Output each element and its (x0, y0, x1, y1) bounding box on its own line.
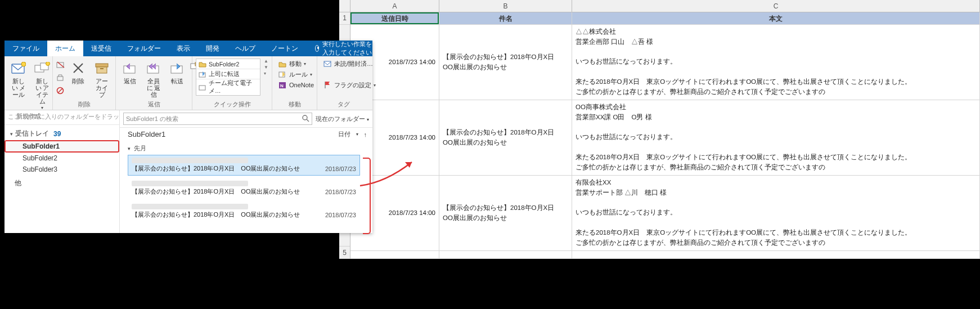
message-date: 2018/07/23 (325, 212, 356, 218)
message-item[interactable]: 【展示会のお知らせ】2018年O月X日 OO展出展のお知らせ2018/07/23 (128, 201, 360, 222)
archive-button[interactable]: アー カイブ (91, 59, 113, 99)
data-row: 2018/7/23 14:00【展示会のお知らせ】2018年O月X日 OO展出展… (350, 25, 980, 100)
red-bracket-annotation (363, 158, 371, 234)
svg-rect-7 (57, 77, 63, 80)
svg-text:N: N (280, 83, 284, 88)
inbox-node[interactable]: ▾ 受信トレイ 39 (5, 127, 119, 140)
svg-rect-25 (324, 61, 331, 66)
outlook-window: ファイル ホーム 送受信 フォルダー 表示 開発 ヘルプ ノートン 実行したい作… (5, 41, 372, 233)
sender-placeholder (132, 158, 248, 163)
archive-icon (93, 60, 110, 77)
subfolder2-node[interactable]: SubFolder2 (5, 153, 119, 164)
tab-view[interactable]: 表示 (169, 41, 198, 56)
onenote-icon: N (278, 80, 287, 89)
folder-tree: ▾ 受信トレイ 39 SubFolder1 SubFolder2 SubFold… (5, 125, 119, 192)
new-mail-icon (10, 60, 27, 77)
rules-button[interactable]: ルール▾ (276, 69, 316, 79)
forward-small-icon (199, 70, 206, 78)
search-placeholder: SubFolder1 の検索 (126, 115, 178, 123)
data-row: 2018/7/23 14:00【展示会のお知らせ】2018年O月X日 OO展出展… (350, 100, 980, 176)
empty-row-5 (350, 251, 980, 259)
tab-dev[interactable]: 開発 (198, 41, 227, 56)
new-mail-button[interactable]: 新しい メール (8, 59, 29, 99)
select-all-corner[interactable] (339, 0, 350, 12)
chevron-down-icon: ▾ (10, 131, 13, 137)
column-headers: A B C (339, 0, 980, 12)
move-icon (278, 59, 287, 68)
unread-button[interactable]: 未読/開封済… (321, 59, 378, 69)
tab-file[interactable]: ファイル (5, 41, 47, 56)
new-item-button[interactable]: 新しい アイテム ▾ (32, 59, 53, 111)
message-item[interactable]: 【展示会のお知らせ】2018年O月X日 OO展出展のお知らせ2018/07/23 (128, 178, 360, 199)
subfolder1-node[interactable]: SubFolder1 (5, 140, 119, 153)
cell-a1[interactable]: 送信日時 (350, 12, 439, 24)
tab-norton[interactable]: ノートン (263, 41, 306, 56)
ignore-icon[interactable] (56, 61, 65, 70)
message-date: 2018/07/23 (325, 165, 356, 172)
cell-c1[interactable]: 本文 (572, 12, 980, 24)
junk-icon[interactable] (56, 87, 65, 96)
forward-icon (169, 60, 186, 77)
svg-rect-20 (199, 73, 205, 77)
delete-button[interactable]: 削除 (68, 59, 89, 86)
subfolder3-node[interactable]: SubFolder3 (5, 164, 119, 175)
sender-placeholder (132, 204, 248, 209)
quick-steps-scroll[interactable]: ▲▼▾ (263, 59, 268, 76)
svg-rect-12 (96, 64, 108, 67)
forward-button[interactable]: 転送 (167, 59, 188, 86)
col-header-a[interactable]: A (350, 0, 439, 12)
ribbon-tabs: ファイル ホーム 送受信 フォルダー 表示 開発 ヘルプ ノートン 実行したい作… (5, 41, 372, 56)
group-header[interactable]: ▾ 先月 (128, 141, 360, 155)
inbox-label: 受信トレイ (15, 129, 49, 138)
col-header-c[interactable]: C (572, 0, 980, 12)
cleanup-icon[interactable] (56, 74, 65, 83)
onenote-button[interactable]: N OneNote (276, 80, 316, 90)
lightbulb-icon (315, 45, 319, 52)
reply-button[interactable]: 返信 (119, 59, 141, 86)
cell-b[interactable]: 【展示会のお知らせ】2018年O月X日 OO展出展のお知らせ (439, 100, 572, 175)
tell-me-box[interactable]: 実行したい作業を入力してください (306, 41, 372, 56)
message-list-pane: SubFolder1 の検索 現在のフォルダー ▾ SubFolder1 日付▾… (120, 110, 372, 233)
row-header-5[interactable]: 5 (339, 247, 350, 259)
new-item-icon (34, 60, 51, 77)
cell-b1[interactable]: 件名 (439, 12, 572, 24)
group-reply-label: 返信 (119, 100, 188, 109)
tab-folder[interactable]: フォルダー (119, 41, 169, 56)
message-subject: 【展示会のお知らせ】2018年O月X日 OO展出展のお知らせ (132, 187, 321, 196)
tab-help[interactable]: ヘルプ (227, 41, 263, 56)
flag-button[interactable]: フラグの設定▾ (321, 80, 378, 90)
message-item[interactable]: 【展示会のお知らせ】2018年O月X日 OO展出展のお知らせ2018/07/23 (128, 155, 360, 176)
tell-me-label: 実行したい作業を入力してください (322, 40, 372, 57)
ribbon: 新しい メール 新しい アイテム ▾ 新規作成 (5, 56, 372, 110)
quick-step-3[interactable]: チーム宛て電子メ… (196, 79, 260, 95)
svg-rect-5 (57, 62, 64, 68)
sort-control[interactable]: 日付▾ ↑ (338, 130, 367, 138)
quick-step-2[interactable]: 上司に転送 (196, 69, 260, 79)
move-button[interactable]: 移動▾ (276, 59, 316, 69)
tab-sendrecv[interactable]: 送受信 (83, 41, 119, 56)
cell-c[interactable]: △△株式会社 営業企画部 口山 △吾 様 いつもお世話になっております。 来たる… (572, 25, 980, 100)
row-header-1[interactable]: 1 (339, 12, 350, 25)
quick-step-1[interactable]: SubFolder2 (196, 59, 260, 69)
quick-steps-box[interactable]: SubFolder2 上司に転送 チーム宛て電子メ… (196, 59, 260, 96)
cell-c[interactable]: 有限会社XX 営業サポート部 △川 穂口 様 いつもお世話になっております。 来… (572, 176, 980, 250)
reply-all-icon (145, 60, 162, 77)
sort-asc-icon: ↑ (364, 131, 367, 138)
unread-icon (323, 59, 332, 68)
message-date: 2018/07/23 (325, 189, 356, 195)
header-row: 送信日時 件名 本文 (350, 12, 980, 25)
tab-home[interactable]: ホーム (47, 41, 83, 56)
other-node[interactable]: 他 (5, 175, 119, 190)
search-input[interactable]: SubFolder1 の検索 (123, 113, 312, 125)
message-group: ▾ 先月 【展示会のお知らせ】2018年O月X日 OO展出展のお知らせ2018/… (120, 141, 372, 227)
group-quick-label: クイック操作 (196, 100, 268, 109)
cell-b[interactable]: 【展示会のお知らせ】2018年O月X日 OO展出展のお知らせ (439, 25, 572, 100)
reply-all-button[interactable]: 全員に 返信 (143, 59, 164, 99)
excel-window: A B C 1 2 3 4 5 送信日時 件名 本文 2018/7/23 14:… (339, 0, 980, 259)
col-header-b[interactable]: B (439, 0, 572, 12)
search-scope[interactable]: 現在のフォルダー ▾ (316, 115, 369, 123)
group-move-label: 移動 (276, 100, 313, 109)
sender-placeholder (132, 181, 248, 186)
cell-b[interactable]: 【展示会のお知らせ】2018年O月X日 OO展出展のお知らせ (439, 176, 572, 250)
cell-c[interactable]: OO商事株式会社 営業部XX課 O田 O男 様 いつもお世話になっております。 … (572, 100, 980, 175)
